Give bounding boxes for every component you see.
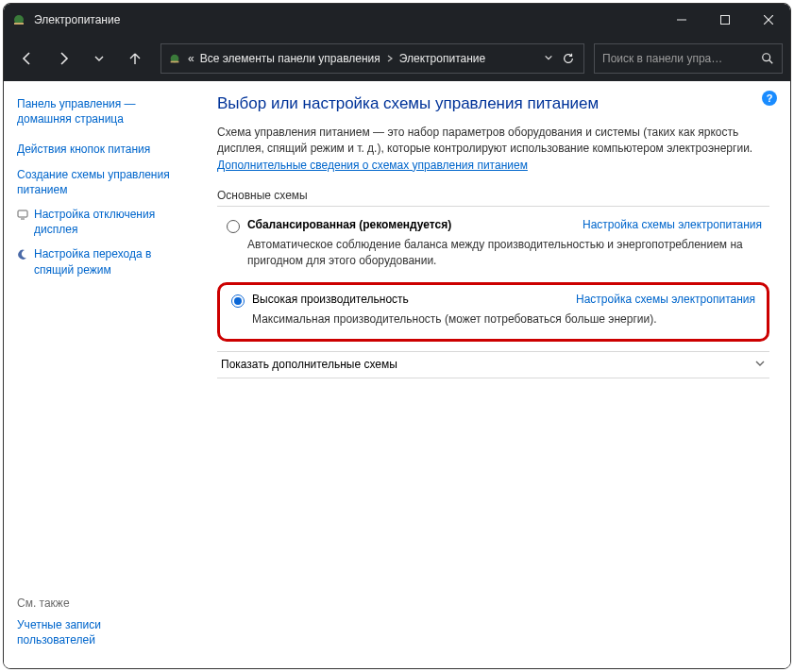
- sidebar-display-off-link[interactable]: Настройка отключения дисплея: [34, 207, 155, 237]
- show-additional-plans[interactable]: Показать дополнительные схемы: [217, 351, 769, 378]
- search-input[interactable]: [602, 52, 753, 65]
- svg-point-8: [763, 54, 770, 61]
- plan-balanced-title: Сбалансированная (рекомендуется): [247, 218, 575, 231]
- svg-rect-3: [721, 16, 730, 25]
- refresh-button[interactable]: [559, 43, 578, 74]
- main-content: ? Выбор или настройка схемы управления п…: [202, 81, 790, 668]
- power-app-icon: [11, 12, 26, 27]
- chevron-down-icon: [754, 358, 766, 372]
- search-icon[interactable]: [761, 52, 774, 65]
- intro-text: Схема управления питанием — это набор па…: [217, 126, 752, 155]
- window-frame: Электропитание « Все элем: [3, 3, 791, 669]
- radio-high-performance[interactable]: [231, 294, 245, 308]
- svg-rect-1: [14, 23, 24, 25]
- up-button[interactable]: [119, 42, 151, 75]
- intro-paragraph: Схема управления питанием — это набор па…: [217, 125, 769, 174]
- section-label-basic-plans: Основные схемы: [217, 189, 769, 207]
- page-title: Выбор или настройка схемы управления пит…: [217, 94, 769, 113]
- maximize-button[interactable]: [703, 4, 747, 36]
- intro-link[interactable]: Дополнительные сведения о схемах управле…: [217, 159, 528, 172]
- sidebar-home-line1: Панель управления —: [17, 97, 136, 110]
- titlebar: Электропитание: [4, 4, 790, 36]
- sidebar-create-plan-link[interactable]: Создание схемы управления питанием: [17, 167, 191, 197]
- sleep-settings-icon: [17, 248, 28, 260]
- svg-line-9: [769, 60, 773, 64]
- address-bar[interactable]: « Все элементы панели управления Электро…: [160, 43, 584, 74]
- search-box[interactable]: [594, 43, 783, 74]
- svg-rect-10: [18, 210, 27, 217]
- plan-high-settings-link[interactable]: Настройка схемы электропитания: [576, 293, 755, 306]
- chevron-right-icon: [386, 54, 394, 64]
- sidebar-button-actions-link[interactable]: Действия кнопок питания: [17, 142, 191, 157]
- see-also-label: См. также: [17, 596, 191, 610]
- navbar: « Все элементы панели управления Электро…: [4, 36, 790, 81]
- sidebar-user-accounts-link[interactable]: Учетные записи пользователей: [17, 617, 191, 647]
- sidebar-home-line2: домашняя страница: [17, 112, 124, 126]
- sidebar: Панель управления — домашняя страница Де…: [4, 81, 202, 668]
- breadcrumb-prefix: «: [188, 52, 194, 65]
- plan-balanced-settings-link[interactable]: Настройка схемы электропитания: [583, 218, 762, 231]
- plan-high-performance: Высокая производительность Настройка схе…: [217, 282, 769, 342]
- address-dropdown-icon[interactable]: [544, 52, 553, 65]
- breadcrumb-power-options[interactable]: Электропитание: [399, 52, 485, 65]
- minimize-button[interactable]: [660, 4, 703, 36]
- show-additional-plans-label: Показать дополнительные схемы: [221, 358, 397, 371]
- radio-balanced[interactable]: [227, 220, 240, 233]
- close-button[interactable]: [747, 4, 790, 36]
- back-button[interactable]: [11, 42, 43, 75]
- help-icon[interactable]: ?: [762, 91, 777, 106]
- sidebar-home-link[interactable]: Панель управления — домашняя страница: [17, 96, 191, 126]
- window-title: Электропитание: [34, 13, 120, 26]
- recent-dropdown-button[interactable]: [83, 42, 115, 75]
- sidebar-sleep-link[interactable]: Настройка перехода в спящий режим: [34, 246, 151, 277]
- forward-button[interactable]: [47, 42, 79, 75]
- power-location-icon: [167, 51, 182, 66]
- plan-balanced: Сбалансированная (рекомендуется) Настрой…: [217, 212, 769, 277]
- plan-high-desc: Максимальная производительность (может п…: [252, 311, 755, 328]
- breadcrumb-all-items[interactable]: Все элементы панели управления: [200, 52, 380, 65]
- plan-balanced-desc: Автоматическое соблюдение баланса между …: [247, 237, 762, 269]
- plan-high-title: Высокая производительность: [252, 293, 568, 306]
- display-settings-icon: [17, 209, 28, 220]
- svg-rect-7: [171, 61, 179, 63]
- body: Панель управления — домашняя страница Де…: [4, 81, 790, 668]
